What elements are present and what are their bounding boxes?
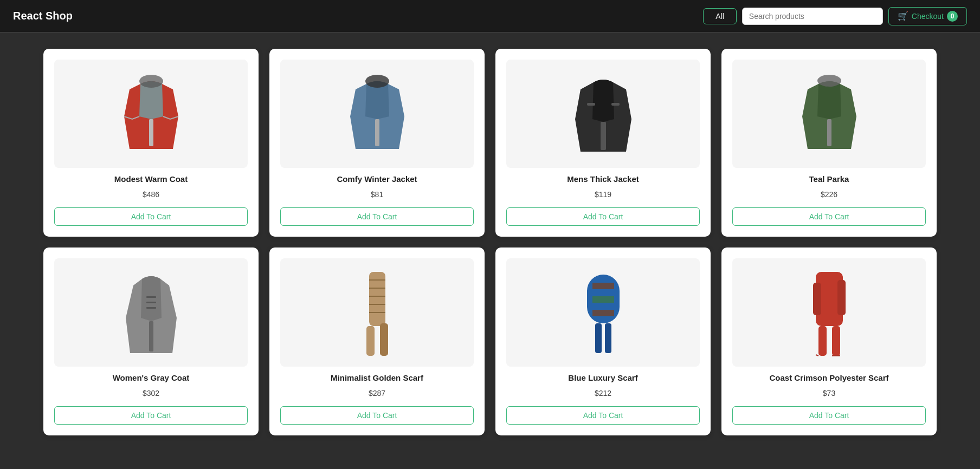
product-image-container: [732, 60, 926, 168]
product-card: Comfy Winter Jacket $81 Add To Cart: [269, 49, 485, 237]
product-card: Teal Parka $226 Add To Cart: [721, 49, 937, 237]
product-price: $486: [143, 190, 159, 199]
svg-rect-14: [366, 326, 375, 356]
checkout-button[interactable]: 🛒 Checkout 0: [888, 7, 967, 25]
svg-line-32: [816, 355, 818, 356]
svg-rect-24: [592, 310, 614, 316]
svg-rect-4: [587, 103, 595, 106]
svg-rect-10: [146, 302, 156, 303]
add-to-cart-button[interactable]: Add To Cart: [732, 207, 926, 226]
svg-rect-6: [601, 122, 606, 150]
product-name: Blue Luxury Scarf: [568, 373, 637, 382]
product-image-container: [506, 258, 700, 367]
product-price: $212: [595, 389, 611, 398]
svg-point-2: [365, 75, 389, 88]
svg-point-7: [817, 75, 841, 87]
add-to-cart-button[interactable]: Add To Cart: [54, 207, 248, 226]
product-name: Coast Crimson Polyester Scarf: [769, 373, 888, 382]
svg-rect-28: [813, 283, 821, 315]
product-name: Minimalist Golden Scarf: [331, 373, 423, 382]
product-price: $73: [823, 389, 835, 398]
filter-all-button[interactable]: All: [703, 8, 737, 24]
product-image-container: [280, 258, 474, 367]
product-price: $81: [371, 190, 383, 199]
product-card: Blue Luxury Scarf $212 Add To Cart: [495, 247, 711, 435]
svg-rect-30: [818, 326, 827, 356]
product-image-container: [280, 60, 474, 168]
product-image-container: [54, 60, 248, 168]
product-image-container: [506, 60, 700, 168]
app-logo: React Shop: [13, 10, 703, 22]
svg-rect-23: [592, 296, 614, 303]
product-name: Comfy Winter Jacket: [337, 174, 417, 184]
product-image-container: [732, 258, 926, 367]
cart-icon: 🛒: [898, 11, 908, 21]
svg-rect-3: [375, 119, 379, 146]
svg-rect-15: [380, 323, 388, 356]
product-price: $287: [369, 389, 385, 398]
product-card: Minimalist Golden Scarf $287 Add To Cart: [269, 247, 485, 435]
product-card: Women's Gray Coat $302 Add To Cart: [43, 247, 259, 435]
svg-rect-9: [146, 296, 156, 298]
svg-point-0: [139, 75, 163, 88]
checkout-label: Checkout: [912, 12, 944, 21]
product-image-container: [54, 258, 248, 367]
product-price: $119: [595, 190, 611, 199]
header: React Shop All 🛒 Checkout 0: [0, 0, 980, 32]
product-card: Coast Crimson Polyester Scarf $73 Add To…: [721, 247, 937, 435]
product-name: Mens Thick Jacket: [567, 174, 639, 184]
product-price: $302: [143, 389, 159, 398]
svg-rect-31: [832, 326, 840, 356]
add-to-cart-button[interactable]: Add To Cart: [280, 207, 474, 226]
add-to-cart-button[interactable]: Add To Cart: [506, 406, 700, 425]
add-to-cart-button[interactable]: Add To Cart: [732, 406, 926, 425]
add-to-cart-button[interactable]: Add To Cart: [506, 207, 700, 226]
svg-rect-11: [146, 307, 156, 309]
svg-rect-1: [149, 119, 153, 146]
add-to-cart-button[interactable]: Add To Cart: [54, 406, 248, 425]
add-to-cart-button[interactable]: Add To Cart: [280, 406, 474, 425]
products-grid: Modest Warm Coat $486 Add To Cart Comfy …: [0, 32, 980, 452]
product-price: $226: [821, 190, 837, 199]
cart-count-badge: 0: [947, 11, 958, 22]
svg-rect-29: [837, 280, 846, 315]
svg-rect-8: [827, 119, 831, 146]
svg-rect-25: [595, 323, 602, 353]
product-card: Mens Thick Jacket $119 Add To Cart: [495, 49, 711, 237]
header-controls: All 🛒 Checkout 0: [703, 7, 967, 25]
svg-rect-12: [149, 321, 153, 351]
product-card: Modest Warm Coat $486 Add To Cart: [43, 49, 259, 237]
search-input[interactable]: [742, 8, 883, 25]
svg-rect-26: [605, 323, 611, 353]
product-name: Teal Parka: [809, 174, 849, 184]
product-name: Modest Warm Coat: [114, 174, 188, 184]
svg-rect-22: [592, 283, 614, 289]
svg-rect-5: [611, 103, 620, 106]
product-name: Women's Gray Coat: [113, 373, 190, 382]
